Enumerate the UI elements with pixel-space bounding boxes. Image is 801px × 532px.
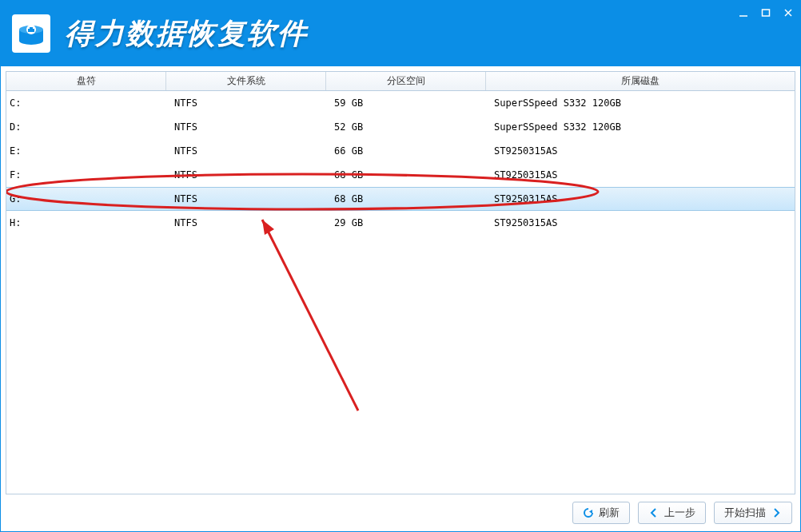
app-logo [12,14,50,53]
cell-drive: F: [6,163,166,187]
main-content: 盘符 文件系统 分区空间 所属磁盘 C:NTFS59 GBSuperSSpeed… [1,66,800,494]
partition-table: 盘符 文件系统 分区空间 所属磁盘 C:NTFS59 GBSuperSSpeed… [6,71,795,494]
cell-size: 66 GB [326,139,486,163]
svg-marker-13 [589,510,592,514]
refresh-button[interactable]: 刷新 [572,502,630,524]
footer: 刷新 上一步 开始扫描 [1,494,800,531]
header-filesystem[interactable]: 文件系统 [166,72,326,90]
svg-rect-5 [28,29,34,32]
prev-label: 上一步 [664,506,695,520]
close-button[interactable] [781,6,795,20]
cell-filesystem: NTFS [166,211,326,235]
cell-drive: C: [6,91,166,115]
window-controls [736,6,795,20]
cell-disk: ST9250315AS [486,139,795,163]
refresh-label: 刷新 [599,506,620,520]
svg-rect-7 [763,10,770,16]
cell-disk: SuperSSpeed S332 120GB [486,91,795,115]
cell-filesystem: NTFS [166,91,326,115]
table-row[interactable]: D:NTFS52 GBSuperSSpeed S332 120GB [6,115,795,139]
prev-button[interactable]: 上一步 [638,502,706,524]
table-body: C:NTFS59 GBSuperSSpeed S332 120GBD:NTFS5… [6,91,795,235]
cell-size: 52 GB [326,115,486,139]
cell-disk: ST9250315AS [486,211,795,235]
cell-filesystem: NTFS [166,115,326,139]
chevron-left-icon [648,507,660,518]
cell-filesystem: NTFS [166,139,326,163]
chevron-right-icon [771,507,782,518]
table-row[interactable]: F:NTFS68 GBST9250315AS [6,163,795,187]
table-header: 盘符 文件系统 分区空间 所属磁盘 [6,72,795,91]
cell-disk: SuperSSpeed S332 120GB [486,115,795,139]
table-row[interactable]: E:NTFS66 GBST9250315AS [6,139,795,163]
scan-button[interactable]: 开始扫描 [714,502,792,524]
header-size[interactable]: 分区空间 [326,72,486,90]
cell-size: 68 GB [326,163,486,187]
maximize-button[interactable] [759,6,773,20]
cell-filesystem: NTFS [166,163,326,187]
svg-line-11 [262,220,358,411]
scan-label: 开始扫描 [724,506,766,520]
header-drive[interactable]: 盘符 [6,72,166,90]
cell-disk: ST9250315AS [486,163,795,187]
cell-drive: D: [6,115,166,139]
cell-drive: E: [6,139,166,163]
cell-size: 68 GB [326,188,486,210]
table-row[interactable]: G:NTFS68 GBST9250315AS [6,187,795,211]
table-row[interactable]: H:NTFS29 GBST9250315AS [6,211,795,235]
minimize-button[interactable] [736,6,751,20]
title-bar: 得力数据恢复软件 [1,1,800,66]
header-disk[interactable]: 所属磁盘 [486,72,795,90]
table-row[interactable]: C:NTFS59 GBSuperSSpeed S332 120GB [6,91,795,115]
cell-drive: G: [6,188,166,210]
cell-drive: H: [6,211,166,235]
cell-disk: ST9250315AS [486,188,795,210]
cell-filesystem: NTFS [166,188,326,210]
cell-size: 29 GB [326,211,486,235]
cell-size: 59 GB [326,91,486,115]
refresh-icon [583,507,594,518]
app-title: 得力数据恢复软件 [65,14,308,54]
